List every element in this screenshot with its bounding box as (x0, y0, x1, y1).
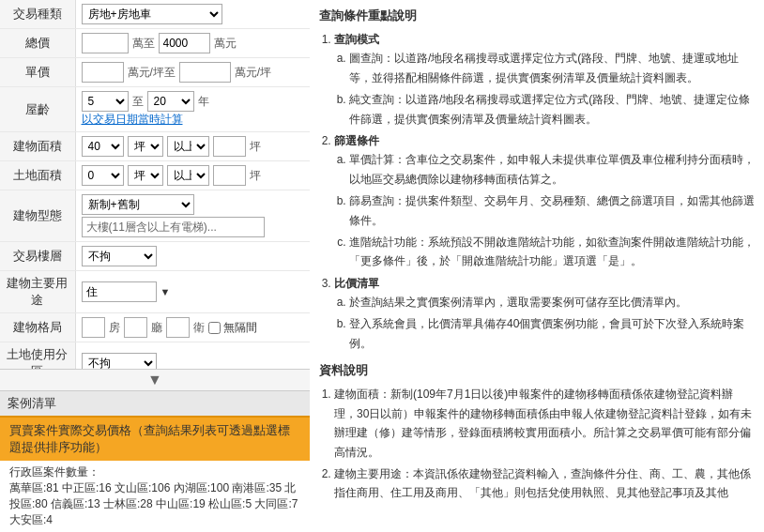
input-total-price-to[interactable] (159, 33, 210, 53)
label-building-area: 建物面積 (0, 132, 75, 161)
select-building-area-unit[interactable]: 坪 (128, 136, 163, 157)
row-transaction-type: 交易種類 房地+房地車 房地 房地車 (0, 0, 310, 29)
link-age-calc[interactable]: 以交易日期當時計算 (82, 113, 183, 126)
select-land-area-dir[interactable]: 以上 以下 (167, 165, 209, 186)
row-layout: 建物格局 房 廳 衛 無隔間 (0, 313, 310, 342)
label-total-price: 總價 (0, 29, 75, 58)
input-halls[interactable] (124, 317, 147, 338)
input-rooms[interactable] (82, 317, 105, 338)
section-1-title: 查詢模式 (334, 33, 379, 46)
row-age: 屋齡 5 10 15 至 20 25 30 (0, 87, 310, 132)
input-unit-price-from[interactable] (82, 62, 124, 83)
section-2-c: 進階統計功能：系統預設不開啟進階統計功能，如欲查詢案件開啟進階統計功能，「更多條… (349, 233, 755, 271)
label-layout: 建物格局 (0, 313, 75, 342)
orange-bar: 買賣案件實際交易價格（查詢結果列表可透過點選標題提供排序功能） (0, 416, 310, 461)
row-floor: 交易樓層 不拘 (0, 242, 310, 271)
select-building-area-dir[interactable]: 以上 以下 (167, 136, 209, 157)
select-transaction-type[interactable]: 房地+房地車 房地 房地車 (82, 4, 222, 24)
unit-total-to: 萬元 (214, 36, 237, 52)
label-halls: 廳 (151, 320, 162, 336)
select-land-area-from[interactable]: 0 10 20 (82, 165, 124, 186)
input-unit-price-to[interactable] (179, 62, 231, 83)
input-land-area-to[interactable] (213, 165, 246, 186)
label-rooms: 房 (109, 320, 120, 336)
select-floor[interactable]: 不拘 (82, 246, 157, 266)
section-2-title: 篩選條件 (334, 134, 379, 147)
row-total-price: 總價 萬至 萬元 (0, 29, 310, 58)
label-land-zone: 土地使用分區 (0, 342, 75, 370)
data-item-2: 建物主要用途：本資訊係依建物登記資料輸入，查詢條件分住、商、工、農，其他係指住商… (334, 464, 755, 503)
dropdown-arrow-usage[interactable]: ▼ (160, 286, 171, 297)
section-3-b: 登入系統會員，比價清單具備存40個實價案例功能，會員可於下次登入系統時案例。 (349, 314, 755, 353)
section-2: 篩選條件 單價計算：含車位之交易案件，如申報人未提供車位單價及車位權利持分面積時… (334, 131, 755, 271)
row-usage: 建物主要用途 ▼ (0, 271, 310, 313)
checkbox-no-partition-label: 無隔間 (208, 320, 257, 336)
row-building-type: 建物型態 新制+舊制 (0, 190, 310, 242)
label-unit-price: 單價 (0, 58, 75, 87)
input-building-type-display[interactable] (82, 217, 265, 237)
row-land-area: 土地面積 0 10 20 坪 以上 (0, 161, 310, 190)
row-land-zone: 土地使用分區 不拘 (0, 342, 310, 370)
unit-age-between: 至 (132, 94, 144, 110)
district-label: 行政區案件數量： (9, 465, 99, 479)
right-panel: 查詢條件重點說明 查詢模式 圖查詢：以道路/地段名稱搜尋或選擇定位方式(路段、門… (310, 0, 764, 532)
label-floor: 交易樓層 (0, 242, 75, 271)
row-unit-price: 單價 萬元/坪至 萬元/坪 (0, 58, 310, 87)
input-usage[interactable] (82, 281, 157, 302)
data-item-1: 建物面積：新制(109年7月1日以後)申報案件的建物移轉面積係依建物登記資料辦理… (334, 385, 755, 462)
unit-building-area: 坪 (250, 139, 261, 155)
select-land-area-unit[interactable]: 坪 (128, 165, 163, 186)
select-land-zone[interactable]: 不拘 (82, 353, 157, 369)
checkbox-no-partition[interactable] (208, 322, 221, 334)
section-1: 查詢模式 圖查詢：以道路/地段名稱搜尋或選擇定位方式(路段、門牌、地號、捷運或地… (334, 30, 755, 129)
section-2-a: 單價計算：含車位之交易案件，如申報人未提供車位單價及車位權利持分面積時，以地區交… (349, 150, 755, 189)
label-usage: 建物主要用途 (0, 271, 75, 313)
select-age-to[interactable]: 20 25 30 (147, 91, 194, 112)
label-land-area: 土地面積 (0, 161, 75, 190)
section-3-a: 於查詢結果之實價案例清單內，選取需要案例可儲存至比價清單內。 (349, 293, 755, 312)
label-building-type: 建物型態 (0, 190, 75, 242)
unit-total-from: 萬至 (132, 36, 155, 52)
section-3: 比價清單 於查詢結果之實價案例清單內，選取需要案例可儲存至比價清單內。 登入系統… (334, 274, 755, 354)
input-building-area-to[interactable] (213, 136, 246, 157)
district-bar: 行政區案件數量： 萬華區:81 中正區:16 文山區:106 內湖區:100 南… (0, 461, 310, 532)
section-1-b: 純文查詢：以道路/地段名稱搜尋或選擇定位方式(路段、門牌、地號、捷運定位條件篩選… (349, 90, 755, 129)
scroll-down-arrow[interactable]: ▼ (0, 369, 310, 390)
case-list-bar: 案例清單 (0, 390, 310, 416)
select-building-type[interactable]: 新制+舊制 (82, 194, 194, 215)
select-age-from[interactable]: 5 10 15 (82, 91, 129, 112)
info-list: 查詢模式 圖查詢：以道路/地段名稱搜尋或選擇定位方式(路段、門牌、地號、捷運或地… (319, 30, 755, 503)
district-values: 萬華區:81 中正區:16 文山區:106 內湖區:100 南港區:35 北投區… (9, 481, 298, 526)
input-total-price-from[interactable] (82, 33, 129, 53)
section-3-title: 比價清單 (334, 277, 379, 290)
right-panel-title: 查詢條件重點說明 (319, 8, 755, 24)
unit-age: 年 (198, 94, 209, 110)
section-2-b: 篩易查詢：提供案件類型、交易年月、交易種類、總價之篩選項目，如需其他篩選條件。 (349, 191, 755, 230)
unit-unit-to: 萬元/坪 (235, 65, 271, 81)
section-1-a: 圖查詢：以道路/地段名稱搜尋或選擇定位方式(路段、門牌、地號、捷運或地址等，並得… (349, 49, 755, 87)
unit-unit-from: 萬元/坪至 (128, 65, 176, 81)
unit-land-area: 坪 (250, 168, 261, 184)
label-bath: 衛 (193, 320, 205, 336)
filter-form: 交易種類 房地+房地車 房地 房地車 總價 (0, 0, 310, 369)
orange-title-text: 買賣案件實際交易價格（查詢結果列表可透過點選標題提供排序功能） (9, 423, 290, 454)
select-building-area-from[interactable]: 40 50 60 (82, 136, 124, 157)
label-transaction-type: 交易種類 (0, 0, 75, 29)
row-building-area: 建物面積 40 50 60 坪 以上 (0, 132, 310, 161)
label-no-partition: 無隔間 (223, 320, 257, 336)
input-bath[interactable] (166, 317, 190, 338)
case-list-label: 案例清單 (8, 396, 56, 410)
data-section-title: 資料說明 (319, 360, 755, 381)
label-age: 屋齡 (0, 87, 75, 132)
